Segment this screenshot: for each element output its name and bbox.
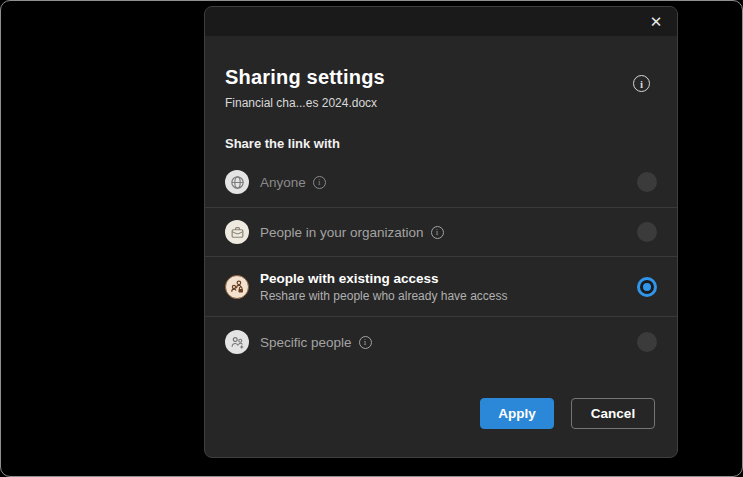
option-label-text: People in your organization (260, 225, 424, 240)
section-header: Share the link with (225, 136, 340, 151)
radio-organization[interactable] (637, 222, 657, 242)
info-icon[interactable]: i (633, 75, 650, 92)
info-icon[interactable]: i (431, 226, 444, 239)
dialog-footer: Apply Cancel (480, 398, 655, 429)
globe-icon (225, 170, 249, 194)
people-add-icon (225, 330, 249, 354)
option-label-text: People with existing access (260, 271, 507, 286)
option-organization[interactable]: People in your organization i (205, 208, 677, 257)
people-lock-icon (225, 275, 249, 299)
option-label-text: Specific people (260, 335, 352, 350)
info-icon[interactable]: i (313, 176, 326, 189)
option-existing-access-text: People with existing access Reshare with… (260, 271, 507, 303)
option-existing-access[interactable]: People with existing access Reshare with… (205, 257, 677, 317)
cancel-button[interactable]: Cancel (571, 398, 655, 429)
option-label-text: Anyone (260, 175, 306, 190)
radio-existing-access[interactable] (637, 277, 657, 297)
option-anyone[interactable]: Anyone i (205, 157, 677, 208)
radio-anyone[interactable] (637, 172, 657, 192)
radio-specific-people[interactable] (637, 332, 657, 352)
option-specific-people-label: Specific people i (260, 335, 372, 350)
info-icon[interactable]: i (359, 336, 372, 349)
radio-dot (643, 283, 651, 291)
app-window: ✕ Sharing settings i Financial cha...es … (0, 0, 743, 477)
dialog-titlebar (205, 7, 677, 36)
option-specific-people[interactable]: Specific people i (205, 317, 677, 367)
sharing-settings-dialog: ✕ Sharing settings i Financial cha...es … (204, 6, 678, 458)
apply-button[interactable]: Apply (480, 398, 554, 429)
close-icon[interactable]: ✕ (647, 13, 665, 31)
option-organization-label: People in your organization i (260, 225, 444, 240)
option-anyone-label: Anyone i (260, 175, 326, 190)
option-description: Reshare with people who already have acc… (260, 289, 507, 303)
page-title: Sharing settings (225, 66, 385, 89)
file-name: Financial cha...es 2024.docx (225, 96, 377, 110)
briefcase-icon (225, 220, 249, 244)
